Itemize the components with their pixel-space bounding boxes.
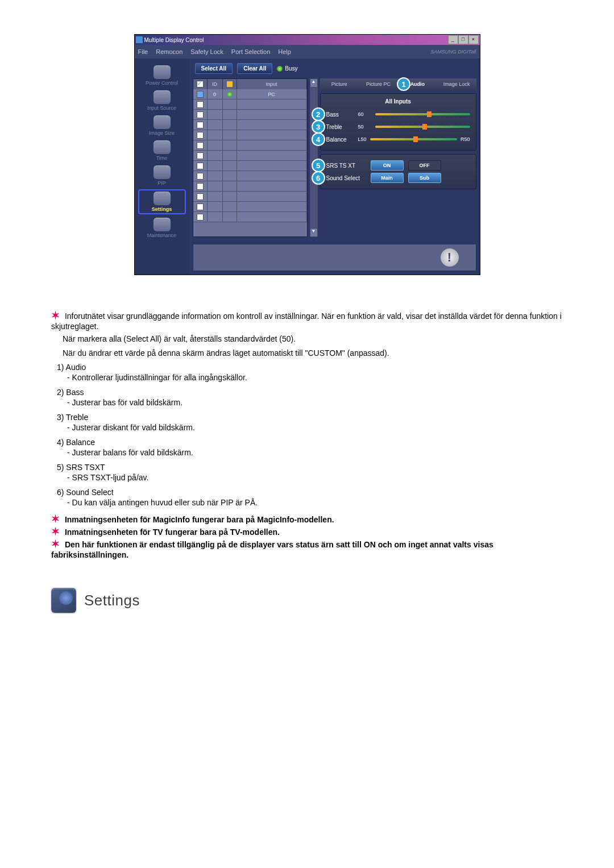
status-header-icon xyxy=(227,81,233,87)
sidebar-item-pip[interactable]: PIP xyxy=(139,164,185,187)
balance-right-label: R50 xyxy=(460,136,470,142)
menu-port-selection[interactable]: Port Selection xyxy=(231,48,270,55)
note-text: När markera alla (Select All) är valt, å… xyxy=(63,333,563,345)
close-button[interactable]: × xyxy=(468,35,479,44)
sidebar-item-power-control[interactable]: Power Control xyxy=(139,64,185,87)
list-heading: 6) Sound Select xyxy=(57,488,563,497)
row-checkbox[interactable] xyxy=(197,214,204,221)
row-id xyxy=(208,120,223,130)
list-description: - Justerar diskant för vald bildskärm. xyxy=(67,423,563,432)
table-row[interactable] xyxy=(193,192,307,202)
row-checkbox[interactable] xyxy=(197,142,204,149)
row-checkbox[interactable] xyxy=(197,152,204,159)
row-checkbox[interactable] xyxy=(197,173,204,180)
row-checkbox[interactable] xyxy=(197,132,204,139)
table-row[interactable] xyxy=(193,212,307,222)
sidebar-item-image-size[interactable]: Image Size xyxy=(139,114,185,137)
row-status xyxy=(223,89,237,99)
row-checkbox[interactable] xyxy=(197,91,204,98)
select-all-button[interactable]: Select All xyxy=(195,63,233,74)
list-heading: 2) Bass xyxy=(57,388,563,397)
row-checkbox[interactable] xyxy=(197,101,204,108)
tab-picture-pc[interactable]: Picture PC xyxy=(359,78,398,90)
tab-picture[interactable]: Picture xyxy=(320,78,359,90)
clear-all-button[interactable]: Clear All xyxy=(237,63,272,74)
row-checkbox[interactable] xyxy=(197,163,204,169)
list-description: - Justerar bas för vald bildskärm. xyxy=(67,398,563,407)
maintenance-icon xyxy=(154,218,171,231)
sound-sub-button[interactable]: Sub xyxy=(408,173,441,183)
srs-on-button[interactable]: ON xyxy=(371,160,404,171)
col-check xyxy=(193,79,208,89)
grid-scrollbar[interactable]: ▲ ▼ xyxy=(310,78,318,237)
table-row[interactable] xyxy=(193,120,307,130)
document-body: ✶ Inforutnätet visar grundläggande infor… xyxy=(51,309,563,613)
tab-label: Picture xyxy=(331,81,347,87)
row-checkbox[interactable] xyxy=(197,193,204,200)
col-id: ID xyxy=(208,79,223,89)
row-input xyxy=(237,110,307,120)
srs-off-button[interactable]: OFF xyxy=(408,160,441,171)
titlebar[interactable]: Multiple Display Control _ □ × xyxy=(135,35,480,45)
row-status xyxy=(223,110,237,120)
sidebar-item-maintenance[interactable]: Maintenance xyxy=(139,217,185,239)
sound-main-button[interactable]: Main xyxy=(371,173,404,183)
settings-tabs: Picture Picture PC 1 Audio Image Lock xyxy=(320,78,476,90)
table-row[interactable] xyxy=(193,171,307,181)
sidebar-item-label: Maintenance xyxy=(147,232,177,238)
tab-audio[interactable]: 1 Audio xyxy=(398,78,437,90)
table-row[interactable] xyxy=(193,151,307,161)
bass-slider[interactable] xyxy=(375,113,470,115)
warning-icon: ! xyxy=(441,248,459,267)
maximize-button[interactable]: □ xyxy=(458,35,468,44)
treble-slider[interactable] xyxy=(375,126,470,128)
table-row[interactable] xyxy=(193,181,307,192)
menu-safety-lock[interactable]: Safety Lock xyxy=(190,48,223,55)
heading-text: Settings xyxy=(84,592,140,609)
bass-row: 2 Bass 60 xyxy=(326,108,470,121)
table-row[interactable] xyxy=(193,99,307,110)
minimize-button[interactable]: _ xyxy=(448,35,458,44)
row-input xyxy=(237,130,307,140)
tab-image-lock[interactable]: Image Lock xyxy=(437,78,476,90)
row-input xyxy=(237,192,307,202)
table-row[interactable] xyxy=(193,140,307,151)
tab-label: Image Lock xyxy=(443,81,470,87)
note-block: ✶ Inforutnätet visar grundläggande infor… xyxy=(51,309,563,359)
sidebar-item-label: Time xyxy=(156,155,168,161)
table-row[interactable] xyxy=(193,110,307,120)
table-row[interactable] xyxy=(193,202,307,212)
row-checkbox[interactable] xyxy=(197,183,204,190)
device-grid[interactable]: ID Input 0PC xyxy=(193,78,308,237)
table-row[interactable] xyxy=(193,130,307,140)
table-row[interactable]: 0PC xyxy=(193,89,307,99)
star-icon: ✶ xyxy=(51,309,63,322)
scroll-up-button[interactable]: ▲ xyxy=(310,78,318,88)
row-input xyxy=(237,171,307,181)
sidebar-item-label: Image Size xyxy=(149,130,175,136)
list-heading: 5) SRS TSXT xyxy=(57,463,563,472)
main-area: Select All Clear All Busy ID Input 0PC xyxy=(189,59,480,275)
grid-header: ID Input xyxy=(193,79,307,89)
row-checkbox[interactable] xyxy=(197,122,204,128)
list-toolbar: Select All Clear All Busy xyxy=(189,59,480,78)
row-status xyxy=(223,212,237,222)
menu-file[interactable]: File xyxy=(138,48,148,55)
sidebar-item-settings[interactable]: Settings xyxy=(138,189,186,214)
table-row[interactable] xyxy=(193,161,307,171)
row-status xyxy=(223,151,237,161)
tab-label: Picture PC xyxy=(366,81,391,87)
row-checkbox[interactable] xyxy=(197,111,204,118)
sidebar-item-input-source[interactable]: Input Source xyxy=(139,89,185,112)
row-status xyxy=(223,202,237,212)
sidebar-item-time[interactable]: Time xyxy=(139,139,185,162)
scroll-down-button[interactable]: ▼ xyxy=(310,228,318,237)
sound-select-label: Sound Select xyxy=(326,175,366,181)
note-text: Inmatningsenheten för TV fungerar bara p… xyxy=(65,528,280,537)
menu-help[interactable]: Help xyxy=(278,48,291,55)
checkbox-icon xyxy=(197,81,204,88)
balance-slider[interactable] xyxy=(370,138,457,140)
note-text: Inmatningsenheten för MagicInfo fungerar… xyxy=(65,515,334,524)
row-checkbox[interactable] xyxy=(197,203,204,210)
menu-remocon[interactable]: Remocon xyxy=(156,48,182,55)
